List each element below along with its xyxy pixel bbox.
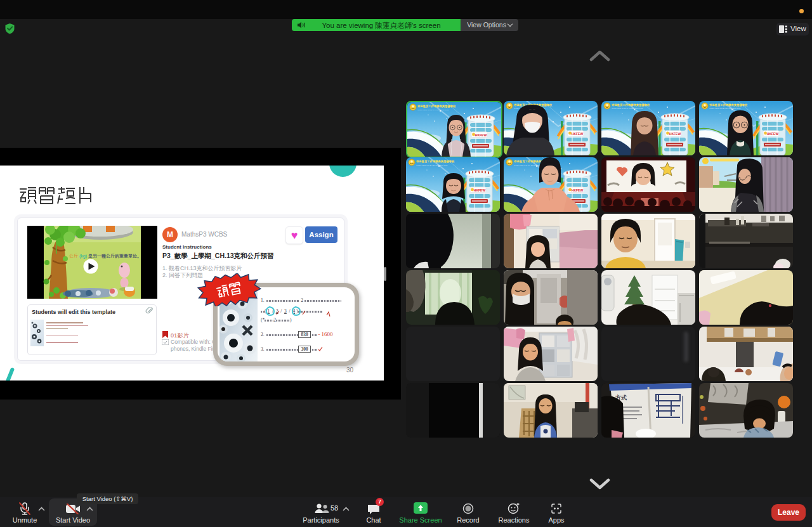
svg-text:公斤 (kg) 是另一種公斤的重量單位。: 公斤 (kg) 是另一種公斤的重量單位。 — [69, 253, 141, 259]
